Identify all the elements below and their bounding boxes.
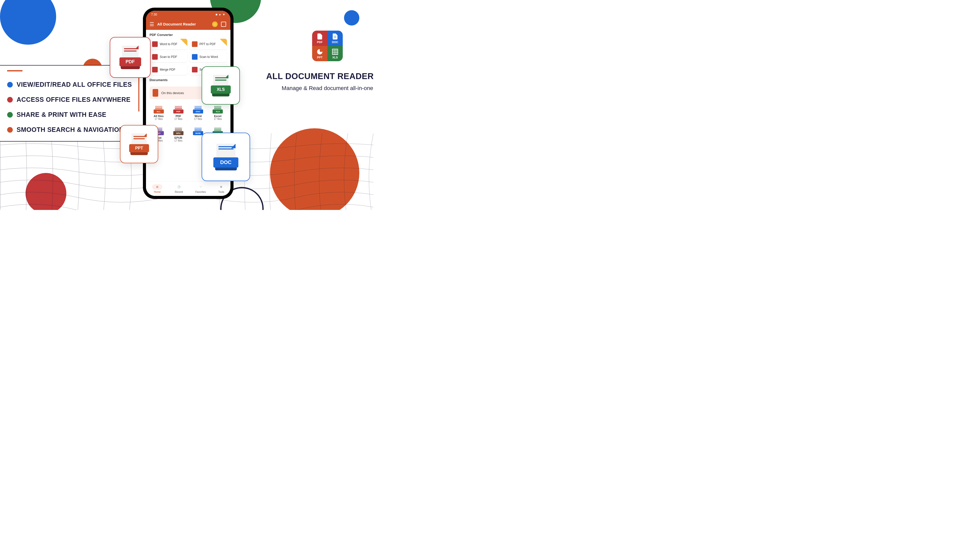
feature-text: VIEW/EDIT/READ ALL OFFICE FILES [17,81,132,88]
doc-type-name: Excel [209,114,226,118]
product-subtitle: Manage & Read document all-in-one [266,85,373,92]
right-panel: PDF DOC PPT XLS ALL DOCUMENT READER PRO … [286,30,368,92]
bg-circle-blue-small [344,10,360,25]
bottom-nav: ⊞Home🕐Recent♡Favorites⚙Tools [146,181,231,196]
logo-pdf-icon: PDF [312,30,328,46]
bg-circle-blue [0,0,56,44]
scan-icon[interactable] [220,21,227,27]
converter-icon [152,54,158,60]
doc-type-count: 17 files [209,118,226,121]
converter-icon [192,41,197,47]
product-title: ALL DOCUMENT READER PRO [266,71,373,81]
nav-recent[interactable]: 🕐Recent [175,184,183,193]
ppt-file-icon: PPT [129,133,149,155]
converter-item[interactable]: PPT to PDF [189,39,227,49]
nav-label: Favorites [195,191,206,193]
app-bar-title: All Document Reader [157,22,210,26]
nav-icon: ♡ [198,184,204,190]
premium-badge [180,39,187,46]
accent-vert [138,76,139,111]
converter-label: Merge PDF [160,68,175,71]
converter-icon [152,67,158,73]
converter-label: Word to PDF [160,42,177,46]
pdf-file-icon: PDF [119,46,141,69]
location-text: On this devices [161,91,184,95]
nav-home[interactable]: ⊞Home [152,184,162,193]
doc-type-icon: ALL [154,103,164,114]
converter-item[interactable]: Scan to Word [189,52,227,62]
converter-label: PPT to PDF [200,42,216,46]
feature-item: SMOOTH SEARCH & NAVIGATION [7,126,133,133]
doc-type-name: All files [150,114,167,118]
feature-item: SHARE & PRINT WITH EASE [7,111,133,118]
doc-type-count: 17 files [170,118,187,121]
converter-item[interactable]: Merge PDF [150,64,187,75]
doc-type-name: Word [189,114,207,118]
nav-label: Home [154,191,161,193]
converter-item[interactable]: Scan to PDF [150,52,187,62]
nav-favorites[interactable]: ♡Favorites [195,184,206,193]
status-icons: ■ ● ▼ [216,13,225,16]
wifi-icon: ▼ [222,13,225,16]
device-icon [153,89,158,97]
converter-icon [192,67,197,73]
doc-type-count: 17 files [170,139,187,142]
app-logo: PDF DOC PPT XLS [312,30,343,61]
nav-icon: 🕐 [176,184,182,190]
nav-label: Tools [218,191,224,193]
converter-label: Scan to PDF [160,55,177,59]
doc-type-name: PDF [170,114,187,118]
doc-type-icon: MOBI [193,125,203,135]
bullet-icon [7,112,13,118]
doc-file-icon: DOC [213,144,239,170]
nav-label: Recent [175,191,183,193]
logo-doc-icon: DOC [328,30,343,46]
feature-text: SMOOTH SEARCH & NAVIGATION [17,126,124,133]
battery-icon: ■ [216,13,218,16]
status-bar: 7:30 ■ ● ▼ [146,11,231,18]
logo-xls-icon: XLS [328,46,343,61]
doc-type-icon: EPU [173,125,183,135]
doc-type-item[interactable]: ALL All files 17 files [150,102,168,122]
doc-type-icon: PDF [173,103,183,114]
section-converter-label: PDF Converter [146,30,231,39]
feature-item: ACCESS OFFICE FILES ANYWHERE [7,96,133,103]
menu-icon[interactable]: ☰ [150,21,154,27]
bullet-icon [7,97,13,103]
doc-type-item[interactable]: XLS Excel 17 files [209,102,227,122]
doc-type-item[interactable]: DOC Word 17 files [189,102,207,122]
feature-text: SHARE & PRINT WITH EASE [17,111,107,118]
doc-type-item[interactable]: PDF PDF 17 files [169,102,187,122]
converter-label: Scan to Word [200,55,218,59]
float-doc-card: DOC [202,133,250,181]
nav-icon: ⚙ [218,184,224,190]
doc-type-count: 17 files [150,118,167,121]
status-time: 7:30 [151,13,157,16]
float-ppt-card: PPT [120,125,158,163]
app-bar: ☰ All Document Reader [146,18,231,30]
nav-icon: ⊞ [152,184,162,190]
bullet-icon [7,127,13,133]
bullet-icon [7,82,13,87]
feature-text: ACCESS OFFICE FILES ANYWHERE [17,96,130,103]
doc-type-count: 17 files [189,118,207,121]
nav-tools[interactable]: ⚙Tools [218,184,224,193]
premium-icon[interactable] [212,21,218,27]
doc-type-name: EPUB [170,136,187,139]
doc-type-item[interactable]: EPU EPUB 17 files [169,124,187,144]
doc-type-icon: DOC [193,103,203,114]
float-pdf-card: PDF [110,37,151,78]
converter-icon [152,41,158,47]
float-xls-card: XLS [202,66,240,105]
logo-ppt-icon: PPT [312,46,328,61]
converter-icon [192,54,197,60]
accent-bar [7,70,22,71]
feature-item: VIEW/EDIT/READ ALL OFFICE FILES [7,81,133,88]
doc-type-icon: XLS [213,103,223,114]
converter-item[interactable]: Word to PDF [150,39,187,49]
signal-icon: ● [219,13,221,16]
premium-badge [220,39,227,46]
xls-file-icon: XLS [211,75,231,97]
